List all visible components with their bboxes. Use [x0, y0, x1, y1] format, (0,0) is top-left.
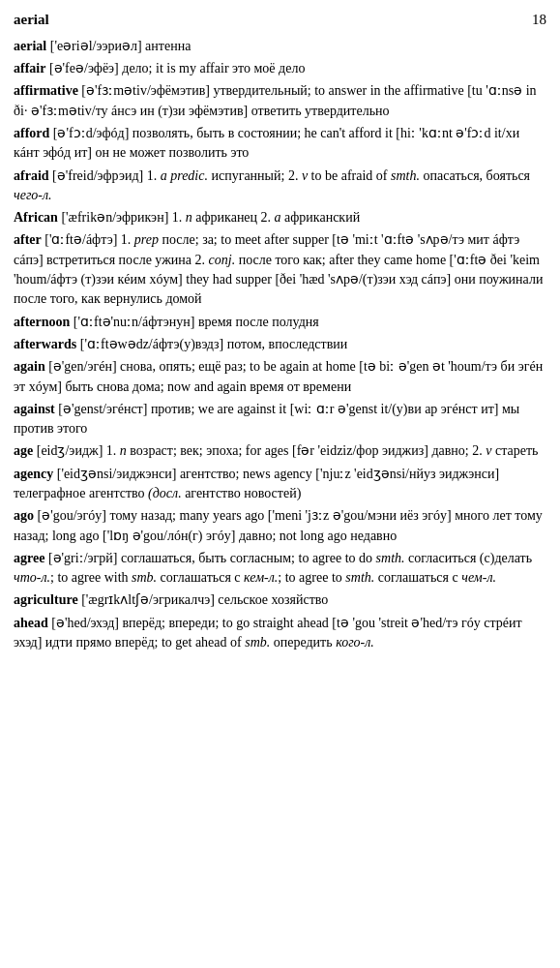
dictionary-entry: ago [ə'gou/эгóу] тому назад; many years …: [14, 506, 546, 546]
dictionary-entry: affirmative [ə'fɜːmətiv/эфёмэтив] утверд…: [14, 81, 546, 121]
headword: African: [14, 210, 58, 225]
transcription: ['æfrikən/эфрикэн]: [58, 210, 168, 225]
dictionary-entry: agree [ə'griː/эгрй] соглашаться, быть со…: [14, 549, 546, 589]
transcription: ['ɑːftə'nuːn/áфтэнун]: [70, 315, 194, 329]
dictionary-entry: aerial ['eəriəl/ээриəл] антенна: [14, 37, 546, 56]
headword: agriculture: [14, 592, 78, 607]
headword: affair: [14, 61, 45, 76]
transcription: [ə'hed/эхэд]: [48, 616, 119, 630]
dictionary-entry: ahead [ə'hed/эхэд] вперёд; впереди; to g…: [14, 614, 546, 653]
headword: afford: [14, 126, 49, 140]
transcription: [ə'fɔːd/эфóд]: [49, 126, 129, 140]
transcription: ['eidʒənsi/эиджэнси]: [53, 467, 176, 481]
transcription: [eidʒ/эидж]: [33, 443, 103, 458]
dictionary-entry: after ['ɑːftə/áфтэ] 1. prep после; за; t…: [14, 230, 546, 309]
headword: aerial: [14, 39, 46, 53]
headword: affirmative: [14, 83, 78, 98]
headword: agency: [14, 467, 53, 481]
definition: время после полудня: [194, 315, 318, 329]
transcription: [ə'fɜːmətiv/эфёмэтив]: [78, 83, 210, 98]
transcription: [ə'griː/эгрй]: [44, 551, 117, 565]
headword: afterwards: [14, 337, 76, 351]
headword: agree: [14, 551, 44, 565]
headword: ago: [14, 508, 34, 523]
dictionary-entry: again [ə'gen/эгéн] снова, опять; ещё раз…: [14, 357, 546, 397]
transcription: [ə'feə/эфёэ]: [45, 61, 118, 76]
dictionary-content: aerial ['eəriəl/ээриəл] антеннаaffair [ə…: [14, 37, 546, 653]
header-word: aerial: [14, 10, 49, 31]
page-number: 18: [532, 10, 546, 31]
transcription: [ə'freid/эфрэид]: [49, 168, 144, 183]
page-header: aerial 18: [14, 10, 546, 31]
dictionary-entry: afterwards ['ɑːftəwədz/áфтэ(у)вэдз] пото…: [14, 335, 546, 354]
dictionary-entry: afford [ə'fɔːd/эфóд] позволять, быть в с…: [14, 124, 546, 164]
headword: again: [14, 359, 45, 374]
transcription: [ə'gou/эгóу]: [34, 508, 106, 523]
headword: age: [14, 443, 33, 458]
headword: after: [14, 232, 42, 247]
dictionary-entry: against [ə'genst/эгéнст] против; we are …: [14, 400, 546, 439]
headword: afternoon: [14, 315, 70, 329]
dictionary-entry: afternoon ['ɑːftə'nuːn/áфтэнун] время по…: [14, 313, 546, 332]
definition: 1. n возраст; век; эпоха; for ages [fər …: [103, 443, 538, 458]
transcription: ['ɑːftəwədz/áфтэ(у)вэдз]: [76, 337, 223, 351]
headword: ahead: [14, 616, 48, 630]
definition: 1. n африканец 2. a африканский: [168, 210, 360, 225]
headword: against: [14, 402, 55, 416]
transcription: [ə'gen/эгéн]: [45, 359, 117, 374]
definition: дело; it is my affair это моё дело: [119, 61, 306, 76]
transcription: ['eəriəl/ээриəл]: [46, 39, 141, 53]
definition: сельское хозяйство: [215, 592, 328, 607]
headword: afraid: [14, 168, 49, 183]
dictionary-entry: agriculture ['ægrɪkʌltʃə/эгрикалчэ] сель…: [14, 590, 546, 610]
definition: потом, впоследствии: [223, 337, 347, 351]
dictionary-entry: agency ['eidʒənsi/эиджэнси] агентство; n…: [14, 465, 546, 504]
transcription: [ə'genst/эгéнст]: [55, 402, 148, 416]
transcription: ['ɑːftə/áфтэ]: [42, 232, 118, 247]
transcription: ['ægrɪkʌltʃə/эгрикалчэ]: [78, 592, 215, 607]
dictionary-entry: affair [ə'feə/эфёэ] дело; it is my affai…: [14, 59, 546, 78]
dictionary-entry: African ['æfrikən/эфрикэн] 1. n африкане…: [14, 208, 546, 227]
dictionary-entry: afraid [ə'freid/эфрэид] 1. a predic. исп…: [14, 166, 546, 206]
dictionary-entry: age [eidʒ/эидж] 1. n возраст; век; эпоха…: [14, 441, 546, 461]
definition: антенна: [142, 39, 192, 53]
